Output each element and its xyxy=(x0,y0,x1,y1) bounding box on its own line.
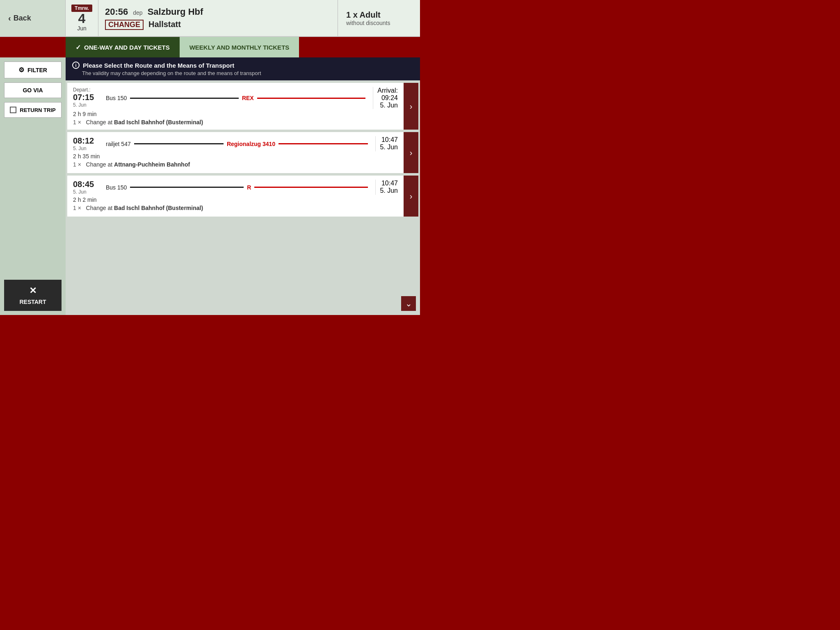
change-at: Bad Ischl Bahnhof (Busterminal) xyxy=(114,119,203,126)
arrival-label: Arrival: xyxy=(377,87,398,94)
change-at: Bad Ischl Bahnhof (Busterminal) xyxy=(114,205,203,211)
route-card-main: 08:45 5. Jun Bus 150 R 1 xyxy=(67,176,404,217)
route-list: Depart.: 07:15 5. Jun Bus 150 REX xyxy=(66,80,420,315)
duration-row: 2 h 2 min xyxy=(73,196,398,203)
departure-block: 08:45 5. Jun xyxy=(73,180,102,195)
dep-date: 5. Jun xyxy=(73,102,102,108)
dep-label: dep xyxy=(133,9,142,16)
depart-label: Depart.: xyxy=(73,87,102,93)
main-content: ⚙ FILTER GO VIA RETURN TRIP ✕ RESTART i … xyxy=(0,57,420,315)
restart-button[interactable]: ✕ RESTART xyxy=(4,280,62,311)
passenger-info: 1 x Adult without discounts xyxy=(338,0,420,36)
change-count: 1 × xyxy=(73,205,81,211)
route-line-black xyxy=(130,187,244,188)
checkmark-icon: ✓ xyxy=(75,43,81,51)
route-card: Depart.: 07:15 5. Jun Bus 150 REX xyxy=(67,83,418,130)
change-label: CHANGE xyxy=(105,20,144,30)
arrival-section: 10:47 5. Jun xyxy=(375,180,398,195)
transport-name-1: railjet 547 xyxy=(106,141,131,147)
dep-date: 5. Jun xyxy=(73,189,102,195)
transport-name-1: Bus 150 xyxy=(106,184,127,191)
from-station: Salzburg Hbf xyxy=(148,7,203,17)
duration-row: 2 h 35 min xyxy=(73,153,398,160)
arrival-section: Arrival: 09:24 5. Jun xyxy=(373,87,398,109)
tab-weekly-label: WEEKLY AND MONTHLY TICKETS xyxy=(189,44,290,51)
transport-row-1: Bus 150 REX xyxy=(106,95,365,101)
transport-row-3: Bus 150 R xyxy=(106,184,368,191)
departure-block: Depart.: 07:15 5. Jun xyxy=(73,87,102,109)
to-station: Hallstatt xyxy=(148,20,181,29)
tabs: ✓ ONE-WAY AND DAY TICKETS WEEKLY AND MON… xyxy=(66,37,420,57)
transport-name-2: R xyxy=(247,184,251,191)
content-area: i Please Select the Route and the Means … xyxy=(66,57,420,315)
duration-text: 2 h 35 min xyxy=(73,153,100,160)
go-via-label: GO VIA xyxy=(23,87,43,94)
sidebar: ⚙ FILTER GO VIA RETURN TRIP ✕ RESTART xyxy=(0,57,66,315)
filter-button[interactable]: ⚙ FILTER xyxy=(4,62,62,78)
route-card-main: Depart.: 07:15 5. Jun Bus 150 REX xyxy=(67,83,404,130)
header: ‹ Back Tmrw. 4 Jun 20:56 dep Salzburg Hb… xyxy=(0,0,420,37)
duration-text: 2 h 2 min xyxy=(73,196,97,203)
arrival-time: 10:47 xyxy=(381,180,398,187)
info-icon: i xyxy=(72,62,80,69)
gear-icon: ⚙ xyxy=(18,66,24,74)
return-trip-checkbox[interactable] xyxy=(10,107,16,113)
go-via-button[interactable]: GO VIA xyxy=(4,82,62,98)
arrival-date: 5. Jun xyxy=(380,187,398,194)
route-arrow-button[interactable]: › xyxy=(404,176,418,217)
change-count: 1 × xyxy=(73,119,81,126)
info-title-text: Please Select the Route and the Means of… xyxy=(83,62,234,69)
transport-lines: Bus 150 REX xyxy=(102,87,370,109)
change-row: 1 × Change at Attnang-Puchheim Bahnhof xyxy=(73,161,398,168)
chevron-left-icon: ‹ xyxy=(8,14,11,23)
change-row: 1 × Change at Bad Ischl Bahnhof (Busterm… xyxy=(73,205,398,211)
info-banner: i Please Select the Route and the Means … xyxy=(66,57,420,80)
transport-lines: railjet 547 Regionalzug 3410 xyxy=(102,136,372,151)
arrival-time: 10:47 xyxy=(381,136,398,144)
date-box: Tmrw. 4 Jun xyxy=(66,0,98,36)
duration-row: 2 h 9 min xyxy=(73,111,398,117)
info-subtitle-text: The validity may change depending on the… xyxy=(72,70,413,76)
change-count: 1 × xyxy=(73,161,81,168)
duration-text: 2 h 9 min xyxy=(73,111,97,117)
departure-block: 08:12 5. Jun xyxy=(73,136,102,151)
change-row: 1 × Change at Bad Ischl Bahnhof (Busterm… xyxy=(73,119,398,126)
dep-time: 07:15 xyxy=(73,93,102,102)
route-info: 20:56 dep Salzburg Hbf CHANGE Hallstatt xyxy=(98,0,338,36)
date-day: 4 xyxy=(78,12,86,25)
scroll-down-button[interactable]: ⌄ xyxy=(401,296,416,311)
route-card-main: 08:12 5. Jun railjet 547 Regionalzug 341… xyxy=(67,132,404,173)
route-arrow-button[interactable]: › xyxy=(404,83,418,130)
route-line-red xyxy=(278,143,368,144)
change-at: Attnang-Puchheim Bahnhof xyxy=(114,161,190,168)
dep-time: 08:12 xyxy=(73,136,102,146)
transport-name-2: Regionalzug 3410 xyxy=(227,141,275,147)
route-arrow-button[interactable]: › xyxy=(404,132,418,173)
arrival-date: 5. Jun xyxy=(380,102,398,109)
info-title-row: i Please Select the Route and the Means … xyxy=(72,62,413,69)
transport-name-1: Bus 150 xyxy=(106,95,127,101)
route-card: 08:12 5. Jun railjet 547 Regionalzug 341… xyxy=(67,132,418,173)
tab-one-way[interactable]: ✓ ONE-WAY AND DAY TICKETS xyxy=(66,37,180,57)
back-label: Back xyxy=(14,14,31,23)
arrival-time: 09:24 xyxy=(381,94,398,102)
route-line-red xyxy=(257,98,366,99)
return-trip-button[interactable]: RETURN TRIP xyxy=(4,102,62,118)
return-trip-label: RETURN TRIP xyxy=(20,107,55,113)
back-button[interactable]: ‹ Back xyxy=(0,0,66,36)
tab-one-way-label: ONE-WAY AND DAY TICKETS xyxy=(84,44,170,51)
route-card: 08:45 5. Jun Bus 150 R 1 xyxy=(67,176,418,217)
tab-weekly[interactable]: WEEKLY AND MONTHLY TICKETS xyxy=(180,37,299,57)
transport-lines: Bus 150 R xyxy=(102,180,372,195)
restart-label: RESTART xyxy=(19,299,46,305)
transport-name-2: REX xyxy=(242,95,254,101)
date-month: Jun xyxy=(77,25,87,32)
arrival-date: 5. Jun xyxy=(380,144,398,151)
discount-label: without discounts xyxy=(346,20,412,26)
arrival-section: 10:47 5. Jun xyxy=(375,136,398,151)
route-line-black xyxy=(134,143,224,144)
route-line-red xyxy=(254,187,368,188)
dep-time: 08:45 xyxy=(73,180,102,189)
transport-row-2: railjet 547 Regionalzug 3410 xyxy=(106,141,368,147)
filter-label: FILTER xyxy=(27,67,47,73)
